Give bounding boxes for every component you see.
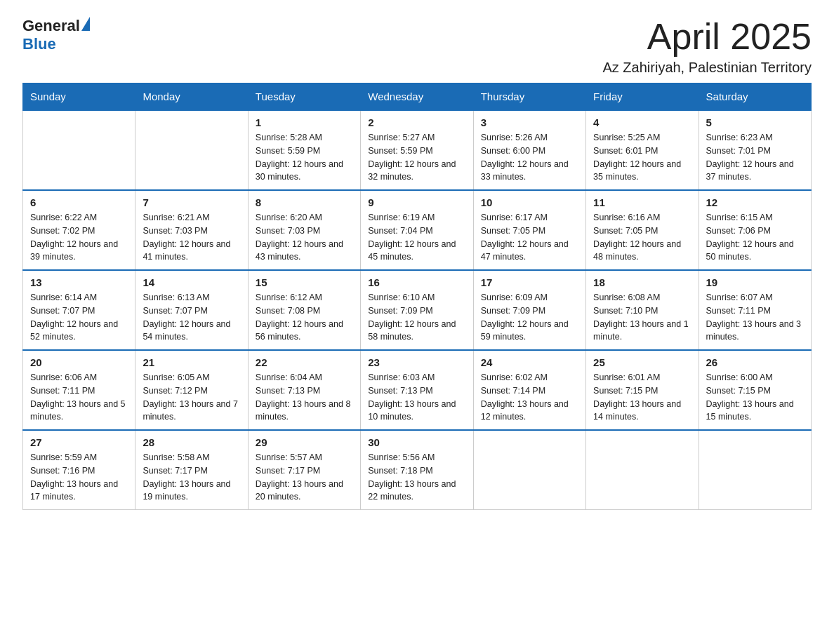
calendar-cell: 26Sunrise: 6:00 AMSunset: 7:15 PMDayligh… [699, 350, 811, 430]
calendar-cell: 3Sunrise: 5:26 AMSunset: 6:00 PMDaylight… [473, 110, 585, 190]
day-number: 25 [593, 356, 691, 368]
calendar-cell: 14Sunrise: 6:13 AMSunset: 7:07 PMDayligh… [135, 270, 248, 350]
day-number: 2 [368, 116, 465, 128]
calendar-cell: 18Sunrise: 6:08 AMSunset: 7:10 PMDayligh… [586, 270, 699, 350]
day-number: 3 [481, 116, 578, 128]
day-info: Sunrise: 6:06 AMSunset: 7:11 PMDaylight:… [30, 371, 128, 424]
day-number: 4 [593, 116, 691, 128]
day-info: Sunrise: 6:16 AMSunset: 7:05 PMDaylight:… [593, 211, 691, 264]
day-number: 17 [481, 276, 578, 288]
calendar-cell: 11Sunrise: 6:16 AMSunset: 7:05 PMDayligh… [586, 190, 699, 270]
calendar-cell: 20Sunrise: 6:06 AMSunset: 7:11 PMDayligh… [23, 350, 135, 430]
calendar-cell: 21Sunrise: 6:05 AMSunset: 7:12 PMDayligh… [135, 350, 248, 430]
weekday-header-row: SundayMondayTuesdayWednesdayThursdayFrid… [23, 83, 812, 111]
calendar-cell: 17Sunrise: 6:09 AMSunset: 7:09 PMDayligh… [473, 270, 585, 350]
day-info: Sunrise: 5:28 AMSunset: 5:59 PMDaylight:… [256, 131, 353, 184]
day-number: 22 [256, 356, 353, 368]
day-info: Sunrise: 6:10 AMSunset: 7:09 PMDaylight:… [368, 291, 465, 344]
calendar-cell: 30Sunrise: 5:56 AMSunset: 7:18 PMDayligh… [361, 430, 473, 510]
day-number: 1 [256, 116, 353, 128]
calendar-cell [23, 110, 135, 190]
calendar-cell: 29Sunrise: 5:57 AMSunset: 7:17 PMDayligh… [248, 430, 360, 510]
day-info: Sunrise: 6:01 AMSunset: 7:15 PMDaylight:… [593, 371, 691, 424]
day-info: Sunrise: 6:21 AMSunset: 7:03 PMDaylight:… [143, 211, 240, 264]
calendar-cell: 7Sunrise: 6:21 AMSunset: 7:03 PMDaylight… [135, 190, 248, 270]
calendar-cell: 27Sunrise: 5:59 AMSunset: 7:16 PMDayligh… [23, 430, 135, 510]
calendar-table: SundayMondayTuesdayWednesdayThursdayFrid… [22, 83, 812, 510]
weekday-header-friday: Friday [586, 83, 699, 111]
day-info: Sunrise: 6:02 AMSunset: 7:14 PMDaylight:… [481, 371, 578, 424]
day-number: 13 [30, 276, 128, 288]
calendar-cell [473, 430, 585, 510]
calendar-cell: 25Sunrise: 6:01 AMSunset: 7:15 PMDayligh… [586, 350, 699, 430]
day-info: Sunrise: 6:15 AMSunset: 7:06 PMDaylight:… [706, 211, 804, 264]
calendar-week-row: 1Sunrise: 5:28 AMSunset: 5:59 PMDaylight… [23, 110, 812, 190]
calendar-cell: 19Sunrise: 6:07 AMSunset: 7:11 PMDayligh… [699, 270, 811, 350]
calendar-week-row: 20Sunrise: 6:06 AMSunset: 7:11 PMDayligh… [23, 350, 812, 430]
logo-general-text: General [22, 17, 80, 34]
logo-text-block: General Blue [22, 17, 90, 53]
day-number: 12 [706, 196, 804, 208]
day-number: 21 [143, 356, 240, 368]
calendar-week-row: 13Sunrise: 6:14 AMSunset: 7:07 PMDayligh… [23, 270, 812, 350]
day-number: 8 [256, 196, 353, 208]
calendar-cell: 28Sunrise: 5:58 AMSunset: 7:17 PMDayligh… [135, 430, 248, 510]
calendar-cell: 1Sunrise: 5:28 AMSunset: 5:59 PMDaylight… [248, 110, 360, 190]
location-subtitle: Az Zahiriyah, Palestinian Territory [602, 60, 812, 76]
day-number: 11 [593, 196, 691, 208]
weekday-header-thursday: Thursday [473, 83, 585, 111]
calendar-week-row: 27Sunrise: 5:59 AMSunset: 7:16 PMDayligh… [23, 430, 812, 510]
page-header: General Blue April 2025 Az Zahiriyah, Pa… [22, 17, 812, 76]
day-info: Sunrise: 6:20 AMSunset: 7:03 PMDaylight:… [256, 211, 353, 264]
day-number: 27 [30, 436, 128, 448]
day-info: Sunrise: 5:26 AMSunset: 6:00 PMDaylight:… [481, 131, 578, 184]
day-info: Sunrise: 6:03 AMSunset: 7:13 PMDaylight:… [368, 371, 465, 424]
day-number: 23 [368, 356, 465, 368]
day-number: 26 [706, 356, 804, 368]
day-info: Sunrise: 6:14 AMSunset: 7:07 PMDaylight:… [30, 291, 128, 344]
day-number: 18 [593, 276, 691, 288]
day-info: Sunrise: 5:25 AMSunset: 6:01 PMDaylight:… [593, 131, 691, 184]
calendar-cell: 9Sunrise: 6:19 AMSunset: 7:04 PMDaylight… [361, 190, 473, 270]
calendar-cell: 22Sunrise: 6:04 AMSunset: 7:13 PMDayligh… [248, 350, 360, 430]
title-block: April 2025 Az Zahiriyah, Palestinian Ter… [602, 17, 812, 76]
weekday-header-saturday: Saturday [699, 83, 811, 111]
calendar-cell: 2Sunrise: 5:27 AMSunset: 5:59 PMDaylight… [361, 110, 473, 190]
calendar-cell: 5Sunrise: 6:23 AMSunset: 7:01 PMDaylight… [699, 110, 811, 190]
day-number: 24 [481, 356, 578, 368]
day-number: 29 [256, 436, 353, 448]
day-info: Sunrise: 6:23 AMSunset: 7:01 PMDaylight:… [706, 131, 804, 184]
day-info: Sunrise: 6:22 AMSunset: 7:02 PMDaylight:… [30, 211, 128, 264]
day-info: Sunrise: 6:08 AMSunset: 7:10 PMDaylight:… [593, 291, 691, 344]
day-number: 28 [143, 436, 240, 448]
weekday-header-sunday: Sunday [23, 83, 135, 111]
day-info: Sunrise: 6:13 AMSunset: 7:07 PMDaylight:… [143, 291, 240, 344]
weekday-header-tuesday: Tuesday [248, 83, 360, 111]
day-info: Sunrise: 5:56 AMSunset: 7:18 PMDaylight:… [368, 451, 465, 504]
calendar-cell: 15Sunrise: 6:12 AMSunset: 7:08 PMDayligh… [248, 270, 360, 350]
day-info: Sunrise: 5:59 AMSunset: 7:16 PMDaylight:… [30, 451, 128, 504]
day-info: Sunrise: 6:19 AMSunset: 7:04 PMDaylight:… [368, 211, 465, 264]
day-number: 9 [368, 196, 465, 208]
day-info: Sunrise: 6:05 AMSunset: 7:12 PMDaylight:… [143, 371, 240, 424]
day-info: Sunrise: 6:07 AMSunset: 7:11 PMDaylight:… [706, 291, 804, 344]
day-number: 5 [706, 116, 804, 128]
day-number: 19 [706, 276, 804, 288]
calendar-cell: 24Sunrise: 6:02 AMSunset: 7:14 PMDayligh… [473, 350, 585, 430]
day-info: Sunrise: 6:04 AMSunset: 7:13 PMDaylight:… [256, 371, 353, 424]
day-info: Sunrise: 5:27 AMSunset: 5:59 PMDaylight:… [368, 131, 465, 184]
calendar-cell: 12Sunrise: 6:15 AMSunset: 7:06 PMDayligh… [699, 190, 811, 270]
logo-triangle-icon [81, 17, 90, 31]
day-info: Sunrise: 6:09 AMSunset: 7:09 PMDaylight:… [481, 291, 578, 344]
calendar-week-row: 6Sunrise: 6:22 AMSunset: 7:02 PMDaylight… [23, 190, 812, 270]
day-info: Sunrise: 5:57 AMSunset: 7:17 PMDaylight:… [256, 451, 353, 504]
calendar-cell: 8Sunrise: 6:20 AMSunset: 7:03 PMDaylight… [248, 190, 360, 270]
day-number: 7 [143, 196, 240, 208]
calendar-cell [135, 110, 248, 190]
calendar-cell [699, 430, 811, 510]
calendar-cell: 23Sunrise: 6:03 AMSunset: 7:13 PMDayligh… [361, 350, 473, 430]
calendar-cell: 13Sunrise: 6:14 AMSunset: 7:07 PMDayligh… [23, 270, 135, 350]
day-info: Sunrise: 6:17 AMSunset: 7:05 PMDaylight:… [481, 211, 578, 264]
calendar-cell: 16Sunrise: 6:10 AMSunset: 7:09 PMDayligh… [361, 270, 473, 350]
day-info: Sunrise: 6:00 AMSunset: 7:15 PMDaylight:… [706, 371, 804, 424]
